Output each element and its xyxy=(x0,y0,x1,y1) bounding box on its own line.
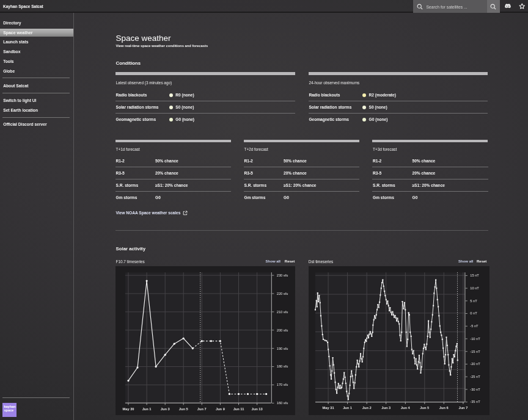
svg-text:-15 nT: -15 nT xyxy=(470,349,480,353)
svg-text:Jun 3: Jun 3 xyxy=(381,406,391,410)
svg-text:Jun 11: Jun 11 xyxy=(233,407,244,411)
svg-text:210 sfu: 210 sfu xyxy=(276,310,288,314)
svg-text:170 sfu: 170 sfu xyxy=(276,383,288,386)
svg-text:200 sfu: 200 sfu xyxy=(276,328,288,331)
svg-text:15 nT: 15 nT xyxy=(470,273,479,277)
svg-text:Jun 2: Jun 2 xyxy=(362,406,372,410)
svg-text:5 nT: 5 nT xyxy=(470,299,477,303)
svg-text:190 sfu: 190 sfu xyxy=(276,346,288,350)
svg-text:-10 nT: -10 nT xyxy=(470,337,480,341)
svg-text:Jun 5: Jun 5 xyxy=(178,407,188,411)
svg-text:Jun 5: Jun 5 xyxy=(420,406,429,410)
svg-text:230 sfu: 230 sfu xyxy=(276,273,288,277)
svg-text:220 sfu: 220 sfu xyxy=(276,292,288,295)
svg-text:May 30: May 30 xyxy=(122,407,134,411)
svg-text:Jun 1: Jun 1 xyxy=(343,406,352,410)
svg-text:May 31: May 31 xyxy=(323,406,334,410)
svg-text:Jun 7: Jun 7 xyxy=(458,406,468,410)
svg-text:Jun 9: Jun 9 xyxy=(215,407,224,411)
svg-text:Jun 6: Jun 6 xyxy=(439,406,449,410)
svg-text:Jun 1: Jun 1 xyxy=(142,407,151,411)
svg-text:-5 nT: -5 nT xyxy=(470,324,479,328)
svg-text:-35 nT: -35 nT xyxy=(470,400,480,404)
svg-text:Jun 13: Jun 13 xyxy=(251,407,262,411)
svg-text:Jun 7: Jun 7 xyxy=(197,407,206,411)
svg-text:Jun 3: Jun 3 xyxy=(160,407,169,411)
svg-text:-25 nT: -25 nT xyxy=(470,375,480,378)
svg-text:-30 nT: -30 nT xyxy=(470,388,480,391)
svg-text:-20 nT: -20 nT xyxy=(470,362,480,366)
svg-text:160 sfu: 160 sfu xyxy=(276,401,288,405)
svg-text:Jun 4: Jun 4 xyxy=(401,406,411,410)
svg-text:0 nT: 0 nT xyxy=(470,311,477,315)
svg-text:180 sfu: 180 sfu xyxy=(276,364,288,368)
svg-text:10 nT: 10 nT xyxy=(470,286,479,290)
